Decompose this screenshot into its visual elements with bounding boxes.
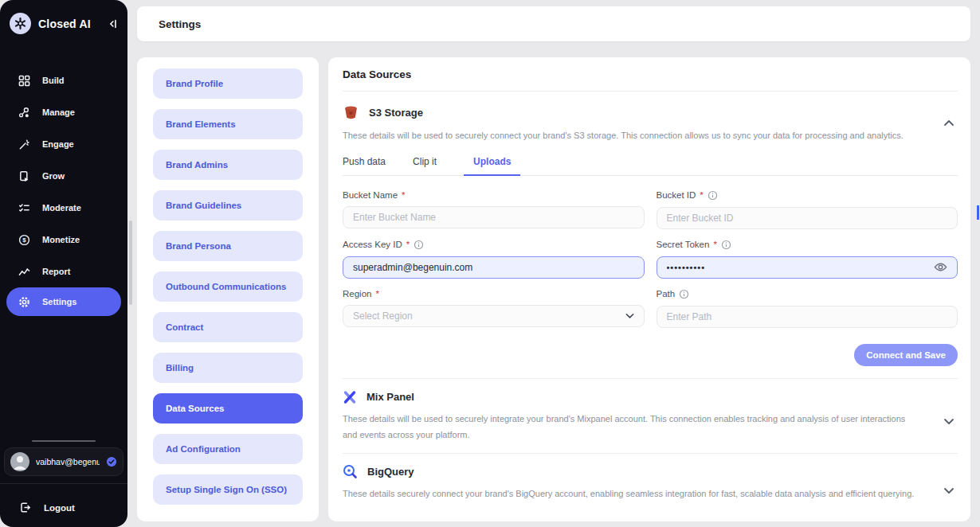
sidebar-item-engage[interactable]: Engage [0,128,127,160]
bucket-id-label: Bucket ID* [657,190,958,201]
settings-nav-brand-guidelines[interactable]: Brand Guidelines [153,190,303,221]
settings-nav-brand-profile[interactable]: Brand Profile [153,68,303,99]
cursor-artifact [977,205,979,220]
bigquery-icon [343,464,358,479]
settings-nav-billing[interactable]: Billing [153,353,303,383]
region-chevron-down-icon [625,313,634,319]
engage-icon [18,138,30,150]
sidebar-nav: Build Manage Engage Grow Moderate [0,64,127,316]
logout-label: Logout [44,503,75,513]
data-sources-title: Data Sources [343,68,958,92]
bucket-name-label: Bucket Name* [343,190,645,200]
settings-nav-brand-persona[interactable]: Brand Persona [153,231,303,261]
user-profile-chip[interactable]: vaibhav@begenu... [4,447,123,476]
page-header: Settings [137,6,970,41]
sidebar-footer-divider [32,440,96,442]
sidebar-item-label: Settings [42,297,76,306]
mixpanel-section: Mix Panel These details will be used to … [343,390,958,455]
settings-nav-outbound-communications[interactable]: Outbound Communications [153,271,303,302]
s3-storage-title: S3 Storage [369,107,423,119]
data-sources-panel: Data Sources S3 Storage These details wi… [328,57,970,521]
sidebar: Closed AI Build Manage Engage [0,0,127,527]
sidebar-separator [0,483,127,484]
bucket-id-input[interactable] [667,213,948,224]
app-title: Closed AI [38,18,100,30]
settings-nav-sso[interactable]: Setup Single Sign On (SSO) [153,474,303,505]
logout-button[interactable]: Logout [19,502,75,513]
settings-nav-brand-elements[interactable]: Brand Elements [153,109,303,139]
moderate-icon [18,201,30,214]
s3-form: Bucket Name* Bucket ID* [343,190,958,338]
bigquery-title: BigQuery [367,466,414,478]
s3-collapse-chevron-up-icon[interactable] [943,119,955,127]
sidebar-item-label: Moderate [42,203,81,213]
tab-uploads[interactable]: Uploads [464,154,520,176]
bigquery-description: These details securely connect your bran… [343,486,958,502]
sidebar-scrollbar-thumb[interactable] [129,221,132,305]
logout-icon [19,502,31,513]
build-icon [18,74,30,87]
sidebar-item-settings[interactable]: Settings [6,287,121,316]
mixpanel-icon [343,390,357,404]
sidebar-item-monetize[interactable]: $ Monetize [0,224,127,256]
page-title: Settings [159,18,201,30]
verified-badge-icon [106,456,117,467]
secret-token-input[interactable] [667,263,935,272]
s3-storage-section: S3 Storage These details will be used to… [343,104,958,379]
region-select[interactable]: Select Region [343,305,645,327]
sidebar-item-label: Engage [42,139,74,149]
s3-description: These details will be used to securely c… [343,128,958,144]
sidebar-item-grow[interactable]: Grow [0,160,127,192]
sidebar-item-label: Grow [42,171,65,181]
mixpanel-title: Mix Panel [367,391,414,403]
mixpanel-description: These details will be used to securely i… [343,412,958,443]
path-label: Path [657,289,958,299]
connect-and-save-button[interactable]: Connect and Save [854,344,958,366]
access-key-id-label: Access Key ID* [343,240,645,250]
sidebar-item-label: Build [42,76,65,85]
settings-nav-brand-admins[interactable]: Brand Admins [153,150,303,180]
bigquery-expand-chevron-down-icon[interactable] [943,486,955,495]
mixpanel-expand-chevron-down-icon[interactable] [943,417,955,426]
settings-nav: Brand Profile Brand Elements Brand Admin… [137,57,319,521]
s3-storage-icon [343,104,359,121]
user-avatar [10,452,29,471]
toggle-password-visibility-eye-icon[interactable] [934,262,947,272]
sidebar-item-manage[interactable]: Manage [0,96,127,128]
sidebar-item-build[interactable]: Build [0,64,127,96]
region-label: Region* [343,289,645,299]
bucket-id-info-icon[interactable] [708,190,718,201]
settings-nav-contract[interactable]: Contract [153,312,303,342]
sidebar-item-label: Report [42,267,70,276]
bucket-name-input[interactable] [353,212,634,223]
sidebar-item-label: Manage [42,107,75,117]
manage-icon [18,106,30,119]
settings-nav-ad-configuration[interactable]: Ad Configuration [153,434,303,464]
s3-tabs: Push data Clip it Uploads [343,154,958,176]
settings-nav-data-sources[interactable]: Data Sources [153,393,303,424]
sidebar-item-label: Monetize [42,235,80,244]
collapse-sidebar-icon[interactable] [107,18,118,29]
bigquery-section: BigQuery These details securely connect … [343,464,958,502]
path-info-icon[interactable] [679,289,689,299]
access-key-id-input[interactable] [353,262,634,273]
secret-token-label: Secret Token* [657,240,958,250]
monetize-icon: $ [18,233,30,246]
path-input[interactable] [667,311,948,322]
sidebar-item-moderate[interactable]: Moderate [0,192,127,224]
grow-icon [18,170,30,182]
access-key-info-icon[interactable] [414,240,424,250]
sidebar-item-report[interactable]: Report [0,256,127,287]
tab-clip-it[interactable]: Clip it [413,154,437,175]
secret-token-info-icon[interactable] [721,240,731,250]
report-icon [18,265,30,278]
closed-ai-logo-icon [10,13,31,34]
settings-gear-icon [18,295,30,308]
user-email: vaibhav@begenu... [36,457,100,466]
tab-push-data[interactable]: Push data [343,154,386,175]
svg-text:$: $ [22,236,26,244]
